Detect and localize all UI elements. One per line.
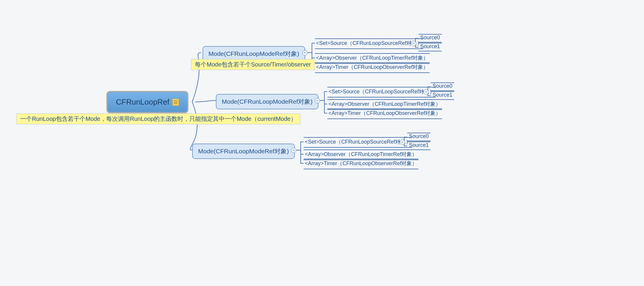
root-label: CFRunLoopRef <box>116 98 169 107</box>
toggle-icon[interactable]: – <box>302 50 308 56</box>
toggle-icon[interactable]: – <box>315 98 320 103</box>
mode-1-source[interactable]: <Set>Source（CFRunLoopSourceRef对象） <box>315 38 423 49</box>
mode-1-source1[interactable]: Source1 <box>418 43 442 51</box>
mode-1-timer[interactable]: <Array>Timer（CFRunLoopObserverRef对象） <box>315 62 430 73</box>
mode-3-timer[interactable]: <Array>Timer（CFRunLoopObserverRef对象） <box>304 159 418 169</box>
toggle-icon[interactable]: – <box>400 139 405 145</box>
mindmap-canvas: CFRunLoopRef 一个RunLoop包含若干个Mode，每次调用RunL… <box>0 0 644 286</box>
mode-1-label: Mode(CFRunLoopModeRef对象) <box>208 50 299 57</box>
note-icon[interactable] <box>172 99 179 106</box>
mode-2-timer[interactable]: <Array>Timer（CFRunLoopObserverRef对象） <box>327 108 442 119</box>
mode-2-source1[interactable]: Source1 <box>431 91 454 100</box>
mode-node-3[interactable]: Mode(CFRunLoopModeRef对象) <box>192 144 295 159</box>
root-node[interactable]: CFRunLoopRef <box>106 91 188 113</box>
mode-2-source0[interactable]: Source0 <box>431 82 454 91</box>
mode-1-source0[interactable]: Source0 <box>418 34 442 43</box>
mode-3-label: Mode(CFRunLoopModeRef对象) <box>198 148 289 155</box>
mode-2-source[interactable]: <Set>Source（CFRunLoopSourceRef对象） <box>327 87 436 98</box>
mode-1-caption: 每个Mode包含若干个Source/Timer/observer <box>191 59 315 70</box>
mode-3-source[interactable]: <Set>Source（CFRunLoopSourceRef对象） <box>304 137 412 148</box>
mode-2-label: Mode(CFRunLoopModeRef对象) <box>222 98 313 105</box>
root-caption: 一个RunLoop包含若干个Mode，每次调用RunLoop的主函数时，只能指定… <box>16 113 300 124</box>
mode-node-2[interactable]: Mode(CFRunLoopModeRef对象) <box>216 94 318 109</box>
mode-3-source0[interactable]: Source0 <box>407 133 431 141</box>
toggle-icon[interactable]: – <box>291 148 296 153</box>
toggle-icon[interactable]: – <box>423 89 429 95</box>
mode-3-source1[interactable]: Source1 <box>407 142 431 150</box>
toggle-icon[interactable]: – <box>411 41 416 46</box>
